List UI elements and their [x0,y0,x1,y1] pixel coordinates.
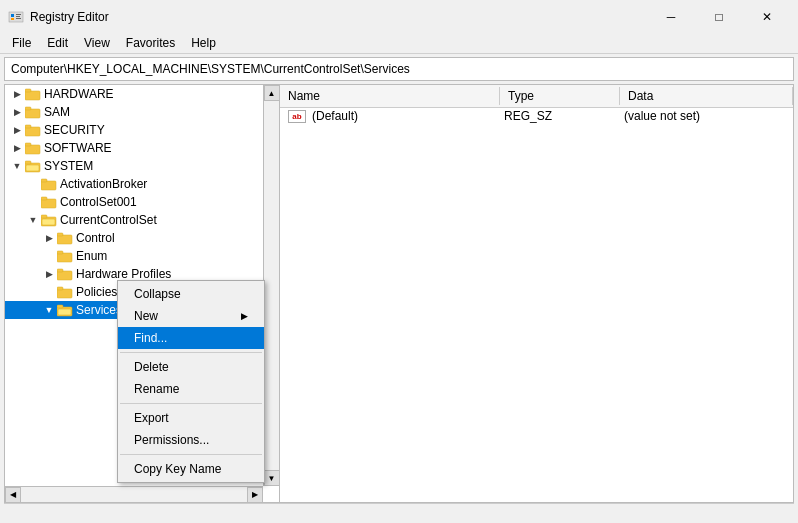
svg-rect-17 [25,143,31,146]
svg-rect-34 [57,233,63,236]
default-key-label: (Default) [312,109,358,123]
folder-open-icon [57,303,73,317]
ctx-export[interactable]: Export [118,407,264,429]
svg-rect-14 [25,125,31,128]
ctx-rename[interactable]: Rename [118,378,264,400]
ctx-new[interactable]: New ▶ [118,305,264,327]
tree-label: SECURITY [44,123,105,137]
right-content: ab (Default) REG_SZ (value not set) [280,108,793,502]
expand-arrow: ▼ [9,161,25,171]
address-path[interactable]: Computer\HKEY_LOCAL_MACHINE\SYSTEM\Curre… [11,62,787,76]
ctx-separator-3 [120,454,262,455]
menu-help[interactable]: Help [183,34,224,52]
svg-rect-47 [58,309,71,315]
tree-label: SAM [44,105,70,119]
tree-label: Policies [76,285,117,299]
ctx-collapse[interactable]: Collapse [118,283,264,305]
ctx-separator-2 [120,403,262,404]
ctx-find-label: Find... [134,331,167,345]
ctx-permissions[interactable]: Permissions... [118,429,264,451]
ctx-collapse-label: Collapse [134,287,181,301]
scroll-down-button[interactable]: ▼ [264,470,280,486]
reg-data-default: (value not set) [620,109,793,123]
tree-item-system[interactable]: ▼ SYSTEM [5,157,279,175]
menu-file[interactable]: File [4,34,39,52]
title-bar-left: Registry Editor [8,9,109,25]
col-header-type: Type [500,87,620,105]
tree-item-sam[interactable]: ▶ SAM [5,103,279,121]
folder-icon [25,105,41,119]
main-content: ▶ HARDWARE ▶ SAM ▶ SECURITY [4,84,794,503]
folder-icon [57,231,73,245]
tree-label: Enum [76,249,107,263]
ctx-find[interactable]: Find... [118,327,264,349]
svg-rect-40 [57,269,63,272]
close-button[interactable]: ✕ [744,5,790,29]
scroll-up-button[interactable]: ▲ [264,85,280,101]
svg-rect-11 [25,107,31,110]
svg-rect-43 [57,287,63,290]
tree-item-enum[interactable]: Enum [5,247,279,265]
scroll-right-button[interactable]: ▶ [247,487,263,503]
svg-rect-32 [57,235,72,244]
svg-rect-4 [11,18,14,20]
column-headers: Name Type Data [280,85,793,108]
ctx-delete[interactable]: Delete [118,356,264,378]
expand-arrow: ▼ [41,305,57,315]
folder-icon [57,249,73,263]
app-title: Registry Editor [30,10,109,24]
svg-rect-6 [25,91,40,100]
svg-rect-22 [41,181,56,190]
menu-bar: File Edit View Favorites Help [0,32,798,54]
folder-icon [41,195,57,209]
ab-icon: ab [288,110,306,123]
tree-item-software[interactable]: ▶ SOFTWARE [5,139,279,157]
menu-view[interactable]: View [76,34,118,52]
tree-item-hardware[interactable]: ▶ HARDWARE [5,85,279,103]
tree-label: CurrentControlSet [60,213,157,227]
tree-item-currentcontrolset[interactable]: ▼ CurrentControlSet [5,211,279,229]
ctx-copy-key-name-label: Copy Key Name [134,462,221,476]
tree-label: Control [76,231,115,245]
ctx-rename-label: Rename [134,382,179,396]
registry-row-default[interactable]: ab (Default) REG_SZ (value not set) [280,108,793,124]
svg-rect-12 [25,127,40,136]
ctx-permissions-label: Permissions... [134,433,209,447]
tree-label: SOFTWARE [44,141,112,155]
svg-rect-8 [25,89,31,92]
menu-edit[interactable]: Edit [39,34,76,52]
ctx-new-label: New [134,309,158,323]
ctx-separator-1 [120,352,262,353]
svg-rect-37 [57,251,63,254]
expand-arrow: ▼ [25,215,41,225]
ctx-copy-key-name[interactable]: Copy Key Name [118,458,264,480]
svg-rect-35 [57,253,72,262]
scroll-left-button[interactable]: ◀ [5,487,21,503]
svg-rect-9 [25,109,40,118]
tree-item-activationbroker[interactable]: ActivationBroker [5,175,279,193]
expand-arrow: ▶ [9,125,25,135]
tree-label: HARDWARE [44,87,114,101]
expand-arrow: ▶ [41,269,57,279]
menu-favorites[interactable]: Favorites [118,34,183,52]
status-bar [4,503,794,523]
svg-rect-5 [16,18,21,19]
app-icon [8,9,24,25]
tree-item-control[interactable]: ▶ Control [5,229,279,247]
folder-icon [57,285,73,299]
tree-label: ActivationBroker [60,177,147,191]
tree-item-controlset001[interactable]: ControlSet001 [5,193,279,211]
maximize-button[interactable]: □ [696,5,742,29]
folder-icon [57,267,73,281]
svg-rect-31 [42,219,55,225]
folder-icon [25,87,41,101]
svg-rect-2 [16,14,21,15]
minimize-button[interactable]: ─ [648,5,694,29]
svg-rect-46 [57,305,63,308]
svg-rect-38 [57,271,72,280]
context-menu: Collapse New ▶ Find... Delete Rename Exp… [117,280,265,483]
svg-rect-30 [41,215,47,218]
tree-item-security[interactable]: ▶ SECURITY [5,121,279,139]
address-bar: Computer\HKEY_LOCAL_MACHINE\SYSTEM\Curre… [4,57,794,81]
expand-arrow: ▶ [9,107,25,117]
